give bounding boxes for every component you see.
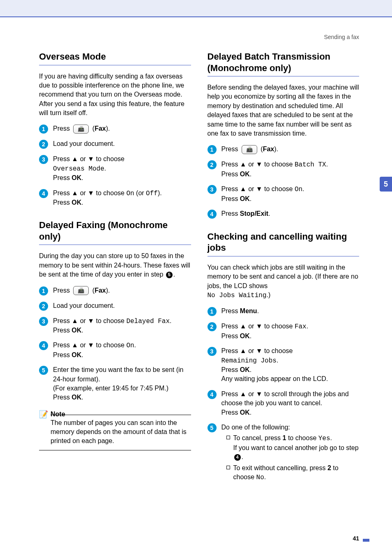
- step-text: Press ▲ or ▼ to choose On. Press OK.: [221, 185, 304, 203]
- overseas-step-3: 3 Press ▲ or ▼ to choose Overseas Mode. …: [39, 155, 191, 182]
- step-number-icon: 2: [208, 322, 217, 331]
- batch-step-3: 3 Press ▲ or ▼ to choose On. Press OK.: [208, 185, 360, 203]
- delayed-step-1: 1 Press 📠 (Fax).: [39, 286, 191, 295]
- step-number-icon: 3: [39, 155, 48, 164]
- step-text: Press ▲ or ▼ to choose Fax. Press OK.: [221, 322, 309, 341]
- batch-step-4: 4 Press Stop/Exit.: [208, 209, 360, 219]
- checking-step-5: 5 Do one of the following: To cancel, pr…: [208, 423, 360, 482]
- step-number-icon: 1: [39, 125, 48, 134]
- note-body: The number of pages you can scan into th…: [39, 418, 191, 450]
- page-number: 41: [353, 535, 359, 542]
- delayed-intro: During the day you can store up to 50 fa…: [39, 252, 191, 279]
- step-number-icon: 1: [208, 145, 217, 154]
- page-body: Overseas Mode If you are having difficul…: [0, 40, 392, 488]
- delayed-step-5: 5 Enter the time you want the fax to be …: [39, 365, 191, 402]
- right-column: Delayed Batch Transmission (Monochrome o…: [208, 48, 360, 488]
- overseas-step-1: 1 Press 📠 (Fax).: [39, 124, 191, 134]
- checking-step-2: 2 Press ▲ or ▼ to choose Fax. Press OK.: [208, 322, 360, 341]
- step-number-icon: 4: [208, 390, 217, 399]
- step-number-icon: 2: [39, 140, 48, 149]
- checking-step-4: 4 Press ▲ or ▼ to scroll through the job…: [208, 390, 360, 417]
- step-text: Press Stop/Exit.: [221, 209, 270, 218]
- step-number-icon: 2: [208, 160, 217, 169]
- step-number-icon: 1: [208, 307, 217, 316]
- left-column: Overseas Mode If you are having difficul…: [39, 48, 191, 488]
- bullet-icon: [226, 436, 230, 439]
- page-header: Sending a fax: [0, 17, 392, 40]
- batch-step-1: 1 Press 📠 (Fax).: [208, 145, 360, 154]
- step-number-icon: 5: [39, 366, 48, 375]
- bullet-exit: To exit without cancelling, press 2 to c…: [226, 464, 360, 482]
- step-number-icon: 4: [39, 189, 48, 198]
- step-number-icon: 1: [39, 286, 48, 295]
- step-text: Press ▲ or ▼ to choose On (or Off). Pres…: [53, 189, 162, 208]
- step-text: Press Menu.: [221, 307, 259, 316]
- step-text: Do one of the following: To cancel, pres…: [221, 423, 360, 482]
- step-text: Load your document.: [53, 139, 115, 148]
- step-number-icon: 3: [39, 317, 48, 326]
- note-label: Note: [51, 411, 65, 418]
- note-box: 📝 Note The number of pages you can scan …: [39, 410, 191, 450]
- batch-step-2: 2 Press ▲ or ▼ to choose Batch TX. Press…: [208, 160, 360, 179]
- step-number-icon: 5: [208, 423, 217, 432]
- section-title-batch: Delayed Batch Transmission (Monochrome o…: [208, 51, 360, 76]
- section-title-checking: Checking and cancelling waiting jobs: [208, 231, 360, 256]
- step-number-icon: 3: [208, 347, 217, 356]
- step-text: Press ▲ or ▼ to choose Batch TX. Press O…: [221, 160, 328, 179]
- delayed-step-4: 4 Press ▲ or ▼ to choose On. Press OK.: [39, 341, 191, 360]
- bullet-cancel: To cancel, press 1 to choose Yes. If you…: [226, 434, 360, 462]
- delayed-step-3: 3 Press ▲ or ▼ to choose Delayed Fax. Pr…: [39, 316, 191, 335]
- step-text: Press ▲ or ▼ to choose On. Press OK.: [53, 341, 136, 360]
- step-number-icon: 4: [39, 341, 48, 350]
- fax-button-icon: 📠: [73, 125, 89, 134]
- fax-button-icon: 📠: [73, 286, 89, 295]
- note-divider: [51, 415, 191, 415]
- bullet-icon: [226, 466, 230, 469]
- breadcrumb: Sending a fax: [324, 34, 359, 40]
- note-icon: 📝: [39, 410, 48, 419]
- step-text: Press ▲ or ▼ to choose Remaining Jobs. P…: [221, 346, 328, 384]
- step-ref-icon: 4: [234, 454, 241, 461]
- section-title-overseas: Overseas Mode: [39, 51, 191, 65]
- chapter-tab: 5: [380, 177, 392, 192]
- step-number-icon: 4: [208, 210, 217, 219]
- fax-button-icon: 📠: [242, 145, 257, 154]
- step-text: Press ▲ or ▼ to scroll through the jobs …: [221, 390, 360, 417]
- overseas-intro: If you are having difficulty sending a f…: [39, 72, 191, 118]
- step-ref-icon: 5: [166, 272, 173, 278]
- step-number-icon: 2: [39, 302, 48, 311]
- step-text: Enter the time you want the fax to be se…: [53, 365, 191, 402]
- batch-intro: Before sending the delayed faxes, your m…: [208, 83, 360, 138]
- step-text: Press ▲ or ▼ to choose Overseas Mode. Pr…: [53, 155, 125, 182]
- delayed-step-2: 2 Load your document.: [39, 301, 191, 311]
- checking-step-3: 3 Press ▲ or ▼ to choose Remaining Jobs.…: [208, 346, 360, 384]
- page-number-accent: [363, 539, 369, 542]
- step-number-icon: 3: [208, 185, 217, 194]
- step-text: Press 📠 (Fax).: [53, 286, 110, 295]
- overseas-step-4: 4 Press ▲ or ▼ to choose On (or Off). Pr…: [39, 189, 191, 208]
- overseas-step-2: 2 Load your document.: [39, 139, 191, 149]
- step-text: Load your document.: [53, 301, 115, 310]
- checking-step-1: 1 Press Menu.: [208, 307, 360, 316]
- step-text: Press 📠 (Fax).: [221, 145, 278, 154]
- top-banner: [0, 0, 392, 17]
- step-text: Press 📠 (Fax).: [53, 124, 110, 134]
- section-title-delayed-fax: Delayed Faxing (Monochrome only): [39, 219, 191, 245]
- step-text: Press ▲ or ▼ to choose Delayed Fax. Pres…: [53, 316, 171, 335]
- checking-intro: You can check which jobs are still waiti…: [208, 263, 360, 300]
- note-header: 📝 Note: [39, 410, 191, 419]
